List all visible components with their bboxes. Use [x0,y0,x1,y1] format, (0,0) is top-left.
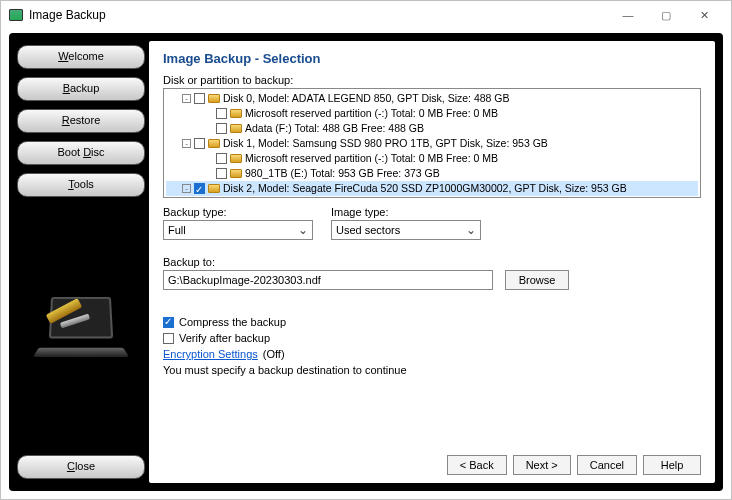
expander-icon[interactable]: - [182,94,191,103]
tree-checkbox[interactable] [194,183,205,194]
tree-checkbox[interactable] [216,123,227,134]
sidebar-item-restore[interactable]: Restore [17,109,145,133]
expander-icon[interactable]: - [182,184,191,193]
tree-row[interactable]: 980_1TB (E:) Total: 953 GB Free: 373 GB [166,166,698,181]
backup-to-label: Backup to: [163,256,701,268]
tree-label: Microsoft reserved partition (-:) Total:… [245,151,498,166]
tree-checkbox[interactable] [194,93,205,104]
page-title: Image Backup - Selection [163,51,701,66]
next-button[interactable]: Next > [513,455,571,475]
main-content: Image Backup - Selection Disk or partiti… [149,41,715,483]
disk-icon [230,109,242,118]
compress-checkbox[interactable] [163,317,174,328]
tree-checkbox[interactable] [216,153,227,164]
compress-label: Compress the backup [179,316,286,328]
wizard-footer: < Back Next > Cancel Help [163,447,701,475]
tree-label: 980_1TB (E:) Total: 953 GB Free: 373 GB [245,166,440,181]
expander-icon[interactable]: - [182,139,191,148]
browse-button[interactable]: Browse [505,270,569,290]
back-button[interactable]: < Back [447,455,507,475]
sidebar-close-button[interactable]: Close [17,455,145,479]
tree-row[interactable]: -Disk 2, Model: Seagate FireCuda 520 SSD… [166,181,698,196]
sidebar-illustration [17,235,145,427]
tree-label: Disk 0, Model: ADATA LEGEND 850, GPT Dis… [223,91,510,106]
sidebar-item-welcome[interactable]: Welcome [17,45,145,69]
tree-label: Disk 2, Model: Seagate FireCuda 520 SSD … [223,181,627,196]
disk-icon [230,154,242,163]
backup-type-label: Backup type: [163,206,313,218]
sidebar-item-tools[interactable]: Tools [17,173,145,197]
tree-label: EFI system partition (-:) Total: 96 MB F… [245,196,476,198]
tree-label: Adata (F:) Total: 488 GB Free: 488 GB [245,121,424,136]
tree-label: Disk 1, Model: Samsung SSD 980 PRO 1TB, … [223,136,548,151]
inner-frame: Welcome Backup Restore Boot Disc Tools C… [9,33,723,491]
sidebar-item-backup[interactable]: Backup [17,77,145,101]
tree-row[interactable]: Microsoft reserved partition (-:) Total:… [166,106,698,121]
sidebar-item-bootdisc[interactable]: Boot Disc [17,141,145,165]
disk-tree[interactable]: -Disk 0, Model: ADATA LEGEND 850, GPT Di… [163,88,701,198]
image-type-label: Image type: [331,206,481,218]
verify-checkbox[interactable] [163,333,174,344]
tree-row[interactable]: -Disk 0, Model: ADATA LEGEND 850, GPT Di… [166,91,698,106]
tree-row[interactable]: EFI system partition (-:) Total: 96 MB F… [166,196,698,198]
disk-icon [230,124,242,133]
tree-row[interactable]: Microsoft reserved partition (-:) Total:… [166,151,698,166]
disk-icon [208,139,220,148]
verify-label: Verify after backup [179,332,270,344]
cancel-button[interactable]: Cancel [577,455,637,475]
titlebar: Image Backup — ▢ ✕ [1,1,731,29]
laptop-tools-icon [36,296,126,366]
app-icon [9,9,23,21]
window-title: Image Backup [29,8,106,22]
tree-row[interactable]: -Disk 1, Model: Samsung SSD 980 PRO 1TB,… [166,136,698,151]
help-button[interactable]: Help [643,455,701,475]
backup-type-select[interactable]: Full [163,220,313,240]
tree-label: Microsoft reserved partition (-:) Total:… [245,106,498,121]
encryption-state: (Off) [263,348,285,360]
image-type-select[interactable]: Used sectors [331,220,481,240]
minimize-button[interactable]: — [609,5,647,25]
tree-row[interactable]: Adata (F:) Total: 488 GB Free: 488 GB [166,121,698,136]
tree-checkbox[interactable] [216,168,227,179]
disk-icon [208,94,220,103]
app-window: Image Backup — ▢ ✕ Welcome Backup Restor… [0,0,732,500]
destination-hint: You must specify a backup destination to… [163,364,701,376]
sidebar: Welcome Backup Restore Boot Disc Tools C… [17,41,145,483]
tree-checkbox[interactable] [194,138,205,149]
maximize-button[interactable]: ▢ [647,5,685,25]
close-window-button[interactable]: ✕ [685,5,723,25]
tree-label: Disk or partition to backup: [163,74,701,86]
disk-icon [208,184,220,193]
tree-checkbox[interactable] [216,108,227,119]
disk-icon [230,169,242,178]
backup-path-input[interactable] [163,270,493,290]
encryption-link[interactable]: Encryption Settings [163,348,258,360]
